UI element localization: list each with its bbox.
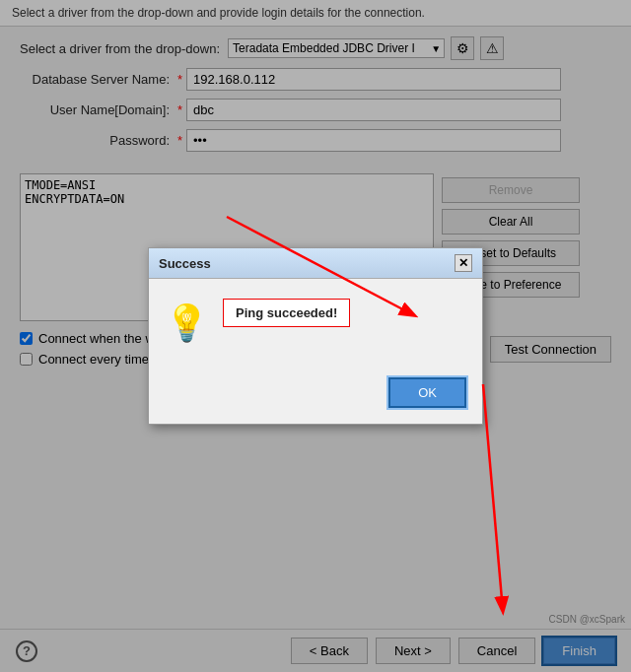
ping-success-message: Ping succeeded! — [223, 299, 350, 327]
ok-button[interactable]: OK — [388, 377, 466, 408]
main-window: Select a driver from the drop-down and p… — [0, 0, 631, 672]
lightbulb-icon: 💡 — [165, 302, 209, 344]
success-modal: Success ✕ 💡 Ping succeeded! OK — [148, 247, 483, 425]
modal-title: Success — [159, 256, 211, 271]
modal-footer: OK — [149, 368, 482, 424]
modal-header: Success ✕ — [149, 248, 482, 279]
modal-overlay: Success ✕ 💡 Ping succeeded! OK — [0, 0, 631, 672]
modal-close-button[interactable]: ✕ — [455, 254, 472, 272]
modal-body: 💡 Ping succeeded! — [149, 279, 482, 368]
